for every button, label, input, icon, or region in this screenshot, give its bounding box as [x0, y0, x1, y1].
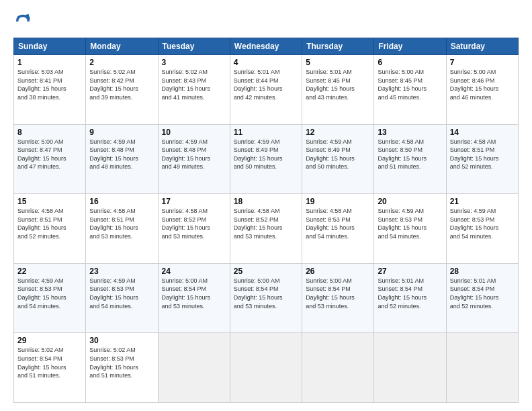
calendar-cell: 4 Sunrise: 5:01 AM Sunset: 8:44 PM Dayli…: [230, 55, 302, 125]
day-info: Sunrise: 5:01 AM Sunset: 8:45 PM Dayligh…: [306, 68, 370, 101]
day-info: Sunrise: 5:01 AM Sunset: 8:44 PM Dayligh…: [234, 68, 298, 101]
day-info: Sunrise: 4:59 AM Sunset: 8:53 PM Dayligh…: [17, 277, 82, 310]
day-info: Sunrise: 4:59 AM Sunset: 8:49 PM Dayligh…: [234, 138, 298, 171]
calendar-cell: 7 Sunrise: 5:00 AM Sunset: 8:46 PM Dayli…: [446, 55, 518, 125]
calendar-cell: 2 Sunrise: 5:02 AM Sunset: 8:42 PM Dayli…: [86, 55, 158, 125]
day-info: Sunrise: 4:59 AM Sunset: 8:48 PM Dayligh…: [162, 138, 226, 171]
day-info: Sunrise: 4:58 AM Sunset: 8:51 PM Dayligh…: [17, 207, 82, 240]
calendar-week-row: 29 Sunrise: 5:02 AM Sunset: 8:54 PM Dayl…: [14, 333, 519, 403]
calendar-cell: 30 Sunrise: 5:02 AM Sunset: 8:53 PM Dayl…: [86, 333, 158, 403]
calendar-header-row: SundayMondayTuesdayWednesdayThursdayFrid…: [14, 38, 519, 55]
day-number: 16: [89, 197, 154, 206]
day-info: Sunrise: 4:58 AM Sunset: 8:50 PM Dayligh…: [378, 138, 442, 171]
calendar-cell: 15 Sunrise: 4:58 AM Sunset: 8:51 PM Dayl…: [14, 194, 86, 264]
day-info: Sunrise: 4:59 AM Sunset: 8:53 PM Dayligh…: [450, 207, 515, 240]
calendar-cell: 19 Sunrise: 4:58 AM Sunset: 8:53 PM Dayl…: [302, 194, 374, 264]
day-info: Sunrise: 5:02 AM Sunset: 8:42 PM Dayligh…: [89, 68, 154, 101]
calendar-week-row: 15 Sunrise: 4:58 AM Sunset: 8:51 PM Dayl…: [14, 194, 519, 264]
day-number: 20: [378, 197, 442, 206]
day-info: Sunrise: 4:58 AM Sunset: 8:53 PM Dayligh…: [306, 207, 370, 240]
day-info: Sunrise: 4:58 AM Sunset: 8:51 PM Dayligh…: [89, 207, 154, 240]
calendar-cell: 28 Sunrise: 5:01 AM Sunset: 8:54 PM Dayl…: [446, 263, 518, 333]
day-number: 19: [306, 197, 370, 206]
header: [13, 12, 519, 31]
day-info: Sunrise: 4:59 AM Sunset: 8:53 PM Dayligh…: [89, 277, 154, 310]
day-number: 7: [450, 58, 515, 67]
day-number: 15: [17, 197, 82, 206]
day-info: Sunrise: 5:03 AM Sunset: 8:41 PM Dayligh…: [17, 68, 82, 101]
calendar-cell: 16 Sunrise: 4:58 AM Sunset: 8:51 PM Dayl…: [86, 194, 158, 264]
calendar-cell: [230, 333, 302, 403]
day-number: 24: [162, 267, 226, 276]
day-number: 27: [378, 267, 442, 276]
day-info: Sunrise: 5:00 AM Sunset: 8:45 PM Dayligh…: [378, 68, 442, 101]
calendar-cell: [374, 333, 446, 403]
calendar-cell: 25 Sunrise: 5:00 AM Sunset: 8:54 PM Dayl…: [230, 263, 302, 333]
calendar-cell: 24 Sunrise: 5:00 AM Sunset: 8:54 PM Dayl…: [158, 263, 230, 333]
day-info: Sunrise: 5:02 AM Sunset: 8:43 PM Dayligh…: [162, 68, 226, 101]
day-number: 21: [450, 197, 515, 206]
calendar-cell: [158, 333, 230, 403]
day-info: Sunrise: 5:01 AM Sunset: 8:54 PM Dayligh…: [378, 277, 442, 310]
day-number: 4: [234, 58, 298, 67]
calendar-week-row: 1 Sunrise: 5:03 AM Sunset: 8:41 PM Dayli…: [14, 55, 519, 125]
calendar-cell: 3 Sunrise: 5:02 AM Sunset: 8:43 PM Dayli…: [158, 55, 230, 125]
calendar-cell: 13 Sunrise: 4:58 AM Sunset: 8:50 PM Dayl…: [374, 124, 446, 194]
day-number: 26: [306, 267, 370, 276]
calendar-cell: 14 Sunrise: 4:58 AM Sunset: 8:51 PM Dayl…: [446, 124, 518, 194]
day-number: 28: [450, 267, 515, 276]
day-number: 3: [162, 58, 226, 67]
day-info: Sunrise: 5:00 AM Sunset: 8:47 PM Dayligh…: [17, 138, 82, 171]
day-number: 11: [234, 128, 298, 137]
day-number: 10: [162, 128, 226, 137]
day-info: Sunrise: 4:59 AM Sunset: 8:49 PM Dayligh…: [306, 138, 370, 171]
weekday-header: Thursday: [302, 38, 374, 55]
weekday-header: Saturday: [446, 38, 518, 55]
calendar-cell: 26 Sunrise: 5:00 AM Sunset: 8:54 PM Dayl…: [302, 263, 374, 333]
weekday-header: Friday: [374, 38, 446, 55]
calendar-cell: [446, 333, 518, 403]
day-info: Sunrise: 4:59 AM Sunset: 8:48 PM Dayligh…: [89, 138, 154, 171]
day-info: Sunrise: 5:00 AM Sunset: 8:54 PM Dayligh…: [162, 277, 226, 310]
calendar-cell: 18 Sunrise: 4:58 AM Sunset: 8:52 PM Dayl…: [230, 194, 302, 264]
day-info: Sunrise: 5:02 AM Sunset: 8:54 PM Dayligh…: [17, 346, 82, 379]
day-number: 6: [378, 58, 442, 67]
day-info: Sunrise: 5:01 AM Sunset: 8:54 PM Dayligh…: [450, 277, 515, 310]
weekday-header: Wednesday: [230, 38, 302, 55]
day-info: Sunrise: 5:00 AM Sunset: 8:54 PM Dayligh…: [234, 277, 298, 310]
day-number: 23: [89, 267, 154, 276]
weekday-header: Monday: [86, 38, 158, 55]
day-info: Sunrise: 4:58 AM Sunset: 8:52 PM Dayligh…: [234, 207, 298, 240]
calendar-cell: 1 Sunrise: 5:03 AM Sunset: 8:41 PM Dayli…: [14, 55, 86, 125]
day-number: 25: [234, 267, 298, 276]
day-number: 18: [234, 197, 298, 206]
calendar-cell: 20 Sunrise: 4:59 AM Sunset: 8:53 PM Dayl…: [374, 194, 446, 264]
calendar-cell: 5 Sunrise: 5:01 AM Sunset: 8:45 PM Dayli…: [302, 55, 374, 125]
calendar-cell: 9 Sunrise: 4:59 AM Sunset: 8:48 PM Dayli…: [86, 124, 158, 194]
calendar-cell: 23 Sunrise: 4:59 AM Sunset: 8:53 PM Dayl…: [86, 263, 158, 333]
day-number: 29: [17, 336, 82, 345]
calendar-cell: 22 Sunrise: 4:59 AM Sunset: 8:53 PM Dayl…: [14, 263, 86, 333]
calendar-cell: 6 Sunrise: 5:00 AM Sunset: 8:45 PM Dayli…: [374, 55, 446, 125]
page: SundayMondayTuesdayWednesdayThursdayFrid…: [0, 0, 532, 411]
day-number: 22: [17, 267, 82, 276]
day-number: 30: [89, 336, 154, 345]
weekday-header: Sunday: [14, 38, 86, 55]
calendar-cell: 17 Sunrise: 4:58 AM Sunset: 8:52 PM Dayl…: [158, 194, 230, 264]
day-number: 8: [17, 128, 82, 137]
calendar-week-row: 8 Sunrise: 5:00 AM Sunset: 8:47 PM Dayli…: [14, 124, 519, 194]
logo-icon: [13, 12, 32, 31]
day-number: 9: [89, 128, 154, 137]
calendar-cell: 8 Sunrise: 5:00 AM Sunset: 8:47 PM Dayli…: [14, 124, 86, 194]
calendar-cell: 10 Sunrise: 4:59 AM Sunset: 8:48 PM Dayl…: [158, 124, 230, 194]
logo: [13, 12, 35, 31]
day-number: 1: [17, 58, 82, 67]
calendar-cell: 29 Sunrise: 5:02 AM Sunset: 8:54 PM Dayl…: [14, 333, 86, 403]
calendar-week-row: 22 Sunrise: 4:59 AM Sunset: 8:53 PM Dayl…: [14, 263, 519, 333]
day-number: 13: [378, 128, 442, 137]
day-number: 2: [89, 58, 154, 67]
day-info: Sunrise: 5:00 AM Sunset: 8:46 PM Dayligh…: [450, 68, 515, 101]
day-number: 14: [450, 128, 515, 137]
day-info: Sunrise: 4:59 AM Sunset: 8:53 PM Dayligh…: [378, 207, 442, 240]
day-number: 12: [306, 128, 370, 137]
